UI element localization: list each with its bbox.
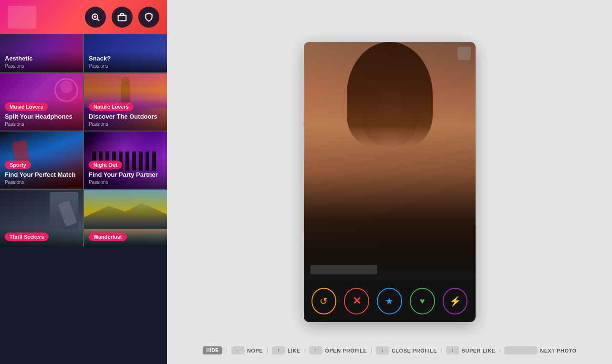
card-nature-subtitle: Passions	[89, 121, 162, 127]
profile-card: ↺ ✕ ★ ♥ ⚡	[304, 42, 476, 322]
open-profile-key[interactable]: ↑	[309, 346, 322, 354]
shortcuts-bar: HIDE | ← NOPE | ↑ LIKE | ↑ OPEN PROFILE …	[202, 346, 576, 354]
super-like-button[interactable]: ★	[377, 288, 402, 314]
close-profile-key[interactable]: ↓	[376, 346, 389, 354]
open-profile-label: OPEN PROFILE	[325, 348, 367, 354]
card-music-title: Split Your Headphones	[5, 113, 78, 121]
like-label: LIKE	[288, 348, 301, 354]
profile-image-area	[304, 42, 476, 280]
close-profile-label: CLOSE PROFILE	[392, 348, 437, 354]
card-wanderlust-badge: Wanderlust	[89, 233, 127, 241]
shortcut-next-photo: NEXT PHOTO	[504, 346, 576, 354]
card-nature-title: Discover The Outdoors	[89, 113, 162, 121]
card-wanderlust[interactable]: Wanderlust	[84, 190, 167, 247]
card-sporty-badge: Sporty	[5, 161, 31, 169]
passion-cards-grid: Aesthetic Passions Snack? Passions Music…	[0, 34, 167, 247]
shield-icon-button[interactable]	[138, 7, 159, 28]
shortcut-open-profile: ↑ OPEN PROFILE	[309, 346, 367, 354]
shortcut-super-like: ↑ SUPER LIKE	[446, 346, 496, 354]
action-buttons-row: ↺ ✕ ★ ♥ ⚡	[304, 280, 476, 322]
logo	[8, 6, 36, 29]
nope-key[interactable]: ←	[231, 346, 245, 354]
card-music-subtitle: Passions	[5, 121, 78, 127]
card-nature-badge: Nature Lovers	[89, 102, 134, 111]
shortcut-hide: HIDE	[202, 346, 222, 354]
card-thrill-badge: Thrill Seekers	[5, 233, 49, 241]
search-icon-button[interactable]	[85, 7, 106, 28]
super-like-label: SUPER LIKE	[462, 348, 496, 354]
next-photo-label: NEXT PHOTO	[540, 348, 576, 354]
card-nightout-subtitle: Passions	[89, 180, 162, 185]
card-aesthetic-title: Aesthetic	[5, 55, 78, 62]
next-photo-key[interactable]	[504, 346, 538, 354]
briefcase-icon-button[interactable]	[112, 7, 133, 28]
card-nightout-badge: Night Out	[89, 161, 122, 169]
card-nature[interactable]: Nature Lovers Discover The Outdoors Pass…	[84, 73, 167, 131]
sidebar-header	[0, 0, 167, 34]
card-music-badge: Music Lovers	[5, 102, 48, 111]
svg-line-1	[97, 19, 100, 21]
shortcut-nope: ← NOPE	[231, 346, 263, 354]
svg-rect-4	[118, 15, 126, 21]
card-music[interactable]: Music Lovers Split Your Headphones Passi…	[0, 73, 83, 131]
nope-button[interactable]: ✕	[344, 288, 369, 314]
like-key[interactable]: ↑	[272, 346, 285, 354]
boost-button[interactable]: ⚡	[443, 288, 468, 314]
like-button[interactable]: ♥	[410, 288, 435, 314]
card-aesthetic[interactable]: Aesthetic Passions	[0, 34, 83, 72]
rewind-button[interactable]: ↺	[311, 288, 337, 314]
card-thrill[interactable]: Thrill Seekers	[0, 190, 83, 247]
super-like-key[interactable]: ↑	[446, 346, 459, 354]
card-nightout[interactable]: Night Out Find Your Party Partner Passio…	[84, 131, 167, 189]
card-sporty-title: Find Your Perfect Match	[5, 171, 78, 179]
sidebar: Aesthetic Passions Snack? Passions Music…	[0, 0, 167, 364]
card-snack[interactable]: Snack? Passions	[84, 34, 167, 72]
card-nightout-title: Find Your Party Partner	[89, 171, 162, 179]
card-sporty[interactable]: Sporty Find Your Perfect Match Passions	[0, 131, 83, 189]
shortcut-close-profile: ↓ CLOSE PROFILE	[376, 346, 437, 354]
card-aesthetic-subtitle: Passions	[5, 63, 78, 69]
main-content: ↺ ✕ ★ ♥ ⚡ HIDE | ← NOPE | ↑ LIKE | ↑ OPE…	[167, 0, 612, 364]
shortcut-like: ↑ LIKE	[272, 346, 301, 354]
card-snack-subtitle: Passions	[89, 63, 162, 69]
hide-key[interactable]: HIDE	[202, 346, 222, 354]
card-snack-title: Snack?	[89, 55, 162, 62]
nope-label: NOPE	[247, 348, 263, 354]
card-sporty-subtitle: Passions	[5, 180, 78, 185]
